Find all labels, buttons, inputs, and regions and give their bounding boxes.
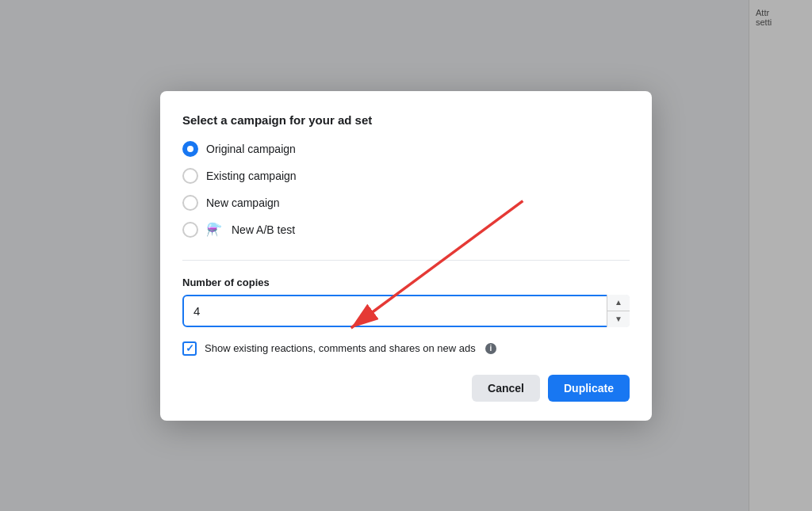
info-icon[interactable]: i [485, 343, 496, 354]
cancel-button[interactable]: Cancel [472, 375, 540, 402]
radio-label-new: New campaign [206, 196, 280, 209]
checkbox-row[interactable]: ✓ Show existing reactions, comments and … [182, 341, 630, 356]
radio-label-existing: Existing campaign [206, 170, 297, 182]
radio-item-existing[interactable]: Existing campaign [182, 168, 630, 184]
copies-input[interactable] [182, 295, 630, 327]
flask-icon: ⚗️ [206, 222, 222, 237]
checkbox-label-reactions: Show existing reactions, comments and sh… [205, 342, 476, 354]
radio-circle-original [182, 141, 198, 157]
copies-input-wrapper: ▲ ▼ [182, 295, 630, 327]
checkbox-reactions[interactable]: ✓ [182, 341, 197, 356]
checkmark-icon: ✓ [186, 342, 194, 354]
campaign-radio-group: Original campaign Existing campaign New … [182, 141, 630, 238]
radio-item-abtest[interactable]: ⚗️ New A/B test [182, 222, 630, 238]
radio-item-original[interactable]: Original campaign [182, 141, 630, 157]
radio-circle-abtest [182, 222, 198, 238]
radio-circle-new [182, 195, 198, 211]
radio-item-new[interactable]: New campaign [182, 195, 630, 211]
radio-label-original: Original campaign [206, 143, 296, 155]
spinner-down-button[interactable]: ▼ [607, 311, 630, 327]
copies-label: Number of copies [182, 276, 630, 288]
spinner-up-button[interactable]: ▲ [607, 295, 630, 311]
duplicate-button[interactable]: Duplicate [548, 375, 630, 402]
radio-circle-existing [182, 168, 198, 184]
radio-label-abtest: New A/B test [232, 223, 295, 236]
divider [182, 260, 630, 261]
section-title: Select a campaign for your ad set [182, 113, 630, 127]
duplicate-modal: Select a campaign for your ad set Origin… [160, 91, 652, 421]
spinner-buttons: ▲ ▼ [607, 295, 630, 327]
modal-footer: Cancel Duplicate [182, 375, 630, 402]
